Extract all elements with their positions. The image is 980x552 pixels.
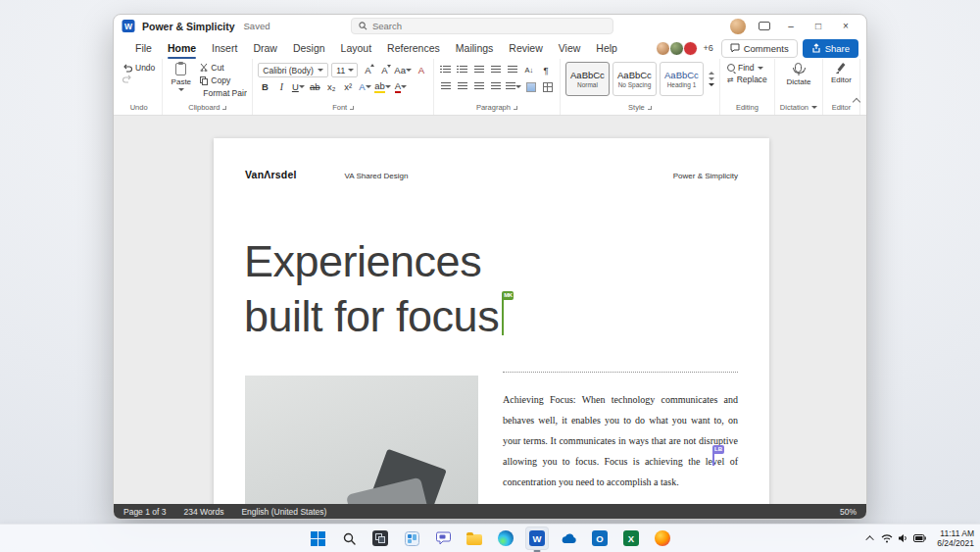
strikethrough-button[interactable]: ab <box>308 79 321 94</box>
page-header[interactable]: VanΛrsdel VA Shared Design Power & Simpl… <box>245 169 738 180</box>
replace-button[interactable]: ⇄ Replace <box>725 74 769 85</box>
title-bar[interactable]: W Power & Simplicity Saved – □ × <box>114 15 866 37</box>
share-button[interactable]: Share <box>803 39 858 58</box>
grow-font-button[interactable]: A <box>361 63 374 77</box>
italic-button[interactable]: I <box>274 79 288 94</box>
tab-layout[interactable]: Layout <box>333 38 380 59</box>
body-paragraph[interactable]: Achieving Focus: When technology communi… <box>503 389 738 492</box>
paste-button[interactable]: Paste <box>168 62 194 99</box>
language-status[interactable]: English (United States) <box>241 507 326 517</box>
tab-design[interactable]: Design <box>285 38 333 59</box>
present-icon[interactable] <box>753 18 776 35</box>
page[interactable]: VanΛrsdel VA Shared Design Power & Simpl… <box>214 138 769 504</box>
save-status[interactable]: Saved <box>244 21 270 31</box>
undo-button[interactable]: Undo <box>121 62 157 74</box>
numbering-button[interactable] <box>456 63 469 77</box>
tab-insert[interactable]: Insert <box>204 38 245 59</box>
increase-indent-button[interactable] <box>506 63 519 77</box>
collaborator-avatar[interactable] <box>656 41 670 56</box>
task-view-button[interactable] <box>368 527 392 550</box>
dialog-launcher-icon[interactable] <box>222 106 226 110</box>
align-left-button[interactable] <box>439 79 453 94</box>
style-heading-1[interactable]: AaBbCc Heading 1 <box>660 62 704 96</box>
shrink-font-button[interactable]: A <box>377 63 391 77</box>
excel-button[interactable]: X <box>619 527 643 550</box>
align-center-button[interactable] <box>456 79 469 94</box>
editor-button[interactable]: Editor <box>828 62 855 84</box>
close-button[interactable]: × <box>833 17 858 35</box>
scroll-up-icon[interactable] <box>709 72 714 75</box>
page-count[interactable]: Page 1 of 3 <box>123 507 166 517</box>
taskbar-search-button[interactable] <box>337 527 361 550</box>
collaborator-overflow[interactable]: +6 <box>703 43 712 53</box>
coauthor-flag-purple[interactable]: LB <box>712 445 724 454</box>
align-right-button[interactable] <box>472 79 486 94</box>
zoom-level[interactable]: 50% <box>840 507 857 517</box>
maximize-button[interactable]: □ <box>806 17 831 35</box>
font-color-button[interactable]: A <box>394 79 408 94</box>
user-avatar[interactable] <box>730 19 746 34</box>
redo-button[interactable] <box>121 74 157 84</box>
tab-draw[interactable]: Draw <box>245 38 285 59</box>
tab-review[interactable]: Review <box>501 38 550 59</box>
tab-help[interactable]: Help <box>588 38 625 59</box>
style-normal[interactable]: AaBbCc Normal <box>565 62 610 96</box>
onedrive-button[interactable] <box>557 527 580 550</box>
taskbar-clock[interactable]: 11:11 AM 6/24/2021 <box>937 528 974 548</box>
multilevel-list-button[interactable] <box>472 63 486 77</box>
dialog-launcher-icon[interactable] <box>648 106 652 110</box>
tray-status-icons[interactable] <box>881 533 926 543</box>
firefox-button[interactable] <box>651 527 674 550</box>
show-marks-button[interactable]: ¶ <box>539 63 553 77</box>
change-case-button[interactable]: Aa <box>394 63 412 77</box>
line-spacing-button[interactable] <box>506 79 521 94</box>
highlight-button[interactable]: ab <box>374 79 391 94</box>
decrease-indent-button[interactable] <box>489 63 503 77</box>
tab-references[interactable]: References <box>379 38 448 59</box>
shading-button[interactable] <box>524 79 538 94</box>
font-size-combo[interactable]: 11 <box>331 63 358 77</box>
tab-file[interactable]: File <box>127 38 160 59</box>
collaborator-avatar[interactable] <box>669 41 684 56</box>
body-text-column[interactable]: Achieving Focus: When technology communi… <box>503 372 738 504</box>
collaborator-avatar[interactable] <box>683 41 698 56</box>
underline-button[interactable]: U <box>291 79 305 94</box>
dialog-launcher-icon[interactable] <box>514 106 517 110</box>
text-effects-button[interactable]: A <box>358 79 371 94</box>
subscript-button[interactable]: x₂ <box>324 79 338 94</box>
tab-view[interactable]: View <box>551 38 589 59</box>
style-gallery-scroll[interactable] <box>707 62 714 96</box>
edge-button[interactable] <box>494 527 517 550</box>
format-painter-button[interactable]: Format Painter <box>198 87 247 99</box>
comments-button[interactable]: Comments <box>721 39 798 58</box>
superscript-button[interactable]: x² <box>341 79 355 94</box>
gallery-more-icon[interactable] <box>709 83 714 86</box>
search-input[interactable] <box>372 21 606 31</box>
document-heading[interactable]: Experiences built for focusMK <box>244 234 504 344</box>
justify-button[interactable] <box>489 79 503 94</box>
cut-button[interactable]: Cut <box>198 62 247 74</box>
clear-formatting-button[interactable]: A <box>415 63 428 77</box>
hidden-icons-chevron[interactable] <box>866 535 874 543</box>
find-button[interactable]: Find <box>725 62 769 74</box>
coauthor-flag-green[interactable]: MK <box>502 291 514 300</box>
dialog-launcher-icon[interactable] <box>350 106 354 110</box>
file-explorer-button[interactable] <box>463 527 486 550</box>
tab-mailings[interactable]: Mailings <box>448 38 502 59</box>
word-count[interactable]: 234 Words <box>183 507 223 517</box>
chat-button[interactable] <box>431 527 455 550</box>
style-no-spacing[interactable]: AaBbCc No Spacing <box>612 62 657 96</box>
outlook-button[interactable]: O <box>588 527 612 550</box>
minimize-button[interactable]: – <box>778 17 804 35</box>
sort-button[interactable]: A↓ <box>522 63 536 77</box>
tab-home[interactable]: Home <box>160 38 204 59</box>
copy-button[interactable]: Copy <box>198 75 247 86</box>
widgets-button[interactable] <box>400 527 423 550</box>
bullets-button[interactable] <box>439 63 453 77</box>
search-box[interactable] <box>351 18 613 34</box>
font-name-combo[interactable]: Calibri (Body) <box>258 63 328 77</box>
borders-button[interactable] <box>541 79 555 94</box>
scroll-down-icon[interactable] <box>709 77 714 80</box>
bold-button[interactable]: B <box>258 79 271 94</box>
document-image[interactable] <box>245 376 478 504</box>
